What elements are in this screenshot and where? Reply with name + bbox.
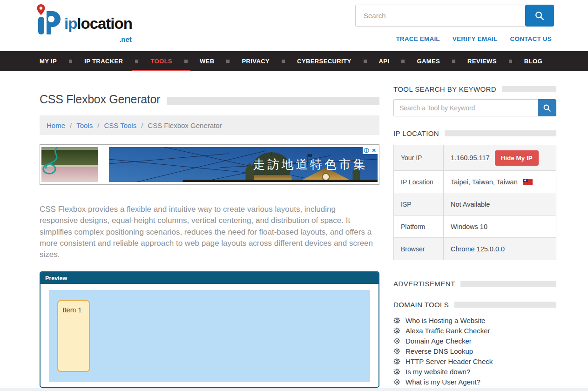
logo-text-location: location <box>77 15 132 32</box>
header-link-verify-email[interactable]: VERIFY EMAIL <box>453 35 498 42</box>
ad-image-pink-lake[interactable] <box>41 147 98 182</box>
nav-item-ip-tracker[interactable]: IP TRACKER <box>72 51 135 71</box>
ip-row-value: 1.160.95.117Hide My IP <box>444 145 542 170</box>
ip-table-row-ip-location: IP LocationTaipei, Taiwan, Taiwan <box>394 170 556 193</box>
magnifier-icon <box>534 11 545 21</box>
flexbox-preview-container: Item 1 <box>49 290 370 382</box>
ip-row-value-text: Windows 10 <box>451 223 487 230</box>
header-link-contact-us[interactable]: CONTACT US <box>510 35 552 42</box>
heading-decorative-bar <box>445 130 556 136</box>
ip-row-label: ISP <box>394 193 444 215</box>
ad-info-icon[interactable]: ⓘ <box>363 147 370 154</box>
section-heading-text: ADVERTISEMENT <box>393 280 455 288</box>
domain-tool-link-domain-age-checker[interactable]: Domain Age Checker <box>393 336 556 346</box>
heading-decorative-bar <box>460 281 556 287</box>
tool-search-button[interactable] <box>538 99 556 116</box>
ip-table-row-platform: PlatformWindows 10 <box>394 215 556 237</box>
section-heading-tool-search: TOOL SEARCH BY KEYWORD <box>393 85 556 93</box>
ip-location-table: Your IP1.160.95.117Hide My IPIP Location… <box>393 145 556 260</box>
hide-my-ip-button[interactable]: Hide My IP <box>495 150 539 166</box>
preview-panel-header: Preview <box>41 272 378 284</box>
nav-separator <box>282 60 285 63</box>
ip-row-value-text: 1.160.95.117 <box>451 154 490 162</box>
ip-table-row-browser: BrowserChrome 125.0.0.0 <box>394 237 556 260</box>
breadcrumb-item-tools[interactable]: Tools <box>76 121 93 129</box>
ad-close-icon[interactable]: ✕ <box>370 147 378 154</box>
nav-item-web[interactable]: WEB <box>188 51 227 71</box>
domain-tool-label: Is my website down? <box>406 368 470 376</box>
gear-icon <box>393 358 400 365</box>
nav-separator <box>509 60 512 63</box>
domain-tool-link-reverse-dns-lookup[interactable]: Reverse DNS Lookup <box>393 346 556 356</box>
ip-row-value: Chrome 125.0.0.0 <box>444 238 508 260</box>
ip-pin-logo-icon <box>35 4 62 36</box>
magnifier-icon <box>543 104 551 112</box>
domain-tool-link-alexa-traffic-rank-checker[interactable]: Alexa Traffic Rank Checker <box>393 325 556 336</box>
ip-row-label: Platform <box>394 216 444 237</box>
site-logo[interactable]: iplocation .net <box>35 4 132 36</box>
nav-item-cybersecurity[interactable]: CYBERSECURITY <box>285 51 363 71</box>
nav-item-api[interactable]: API <box>367 51 402 71</box>
header-search-input[interactable] <box>355 5 525 27</box>
ip-row-value: Taipei, Taiwan, Taiwan <box>444 171 536 193</box>
logo-text-ip: ip <box>64 15 77 32</box>
nav-item-privacy[interactable]: PRIVACY <box>230 51 282 71</box>
nav-item-my-ip[interactable]: MY IP <box>40 51 69 71</box>
breadcrumb-item-css-flexbox-generator: CSS Flexbox Generator <box>148 121 222 129</box>
domain-tool-link-is-my-website-down[interactable]: Is my website down? <box>393 366 556 377</box>
ip-row-value-text: Taipei, Taiwan, Taiwan <box>451 178 518 186</box>
nav-items: MY IPIP TRACKERTOOLSWEBPRIVACYCYBERSECUR… <box>0 51 588 71</box>
heading-decorative-bar <box>454 302 556 308</box>
ad-controls: ⓘ ✕ <box>363 147 378 154</box>
tool-search <box>393 99 556 116</box>
section-heading-text: TOOL SEARCH BY KEYWORD <box>393 85 496 93</box>
nav-item-tools[interactable]: TOOLS <box>138 51 184 71</box>
ip-row-value: Not Available <box>444 193 493 215</box>
tool-search-input[interactable] <box>393 99 538 116</box>
domain-tool-link-what-is-my-user-agent[interactable]: What is my User Agent? <box>393 377 556 387</box>
ip-table-row-your-ip: Your IP1.160.95.117Hide My IP <box>394 145 556 170</box>
preview-panel: Preview Item 1 <box>40 271 379 388</box>
gear-icon <box>393 327 400 334</box>
nav-item-games[interactable]: GAMES <box>405 51 452 71</box>
breadcrumb: Home/Tools/CSS Tools/CSS Flexbox Generat… <box>40 115 379 135</box>
breadcrumb-separator: / <box>97 121 99 129</box>
breadcrumb-item-css-tools[interactable]: CSS Tools <box>104 121 136 129</box>
nav-separator <box>184 60 188 63</box>
ad-caption: 走訪地道特色市集 <box>253 158 367 171</box>
ip-row-value-text: Not Available <box>451 201 490 208</box>
header-search-button[interactable] <box>525 5 554 27</box>
domain-tool-label: Who is Hosting a Website <box>406 317 485 324</box>
domain-tool-label: Domain Age Checker <box>406 337 472 345</box>
section-heading-advertisement: ADVERTISEMENT <box>393 280 556 288</box>
nav-item-reviews[interactable]: REVIEWS <box>455 51 509 71</box>
page: iplocation .net TRACE EMAILVERIFY EMAILC… <box>0 0 588 391</box>
domain-tool-link-who-is-hosting-a-website[interactable]: Who is Hosting a Website <box>393 315 556 325</box>
domain-tool-label: What is my User Agent? <box>406 378 480 386</box>
nav-separator <box>69 60 72 63</box>
gear-icon <box>393 368 400 375</box>
ad-image-station[interactable]: 走訪地道特色市集 ⓘ ✕ <box>109 147 378 182</box>
header-quick-links: TRACE EMAILVERIFY EMAILCONTACT US <box>396 35 552 42</box>
nav-separator <box>452 60 455 63</box>
nav-item-blog[interactable]: BLOG <box>512 51 554 71</box>
ad-banner[interactable]: 走訪地道特色市集 ⓘ ✕ <box>40 144 379 185</box>
ip-row-value-text: Chrome 125.0.0.0 <box>451 245 505 253</box>
nav-separator <box>135 60 138 63</box>
breadcrumb-item-home[interactable]: Home <box>47 121 65 129</box>
nav-separator <box>364 60 367 63</box>
ip-row-label: Browser <box>394 238 444 260</box>
gear-icon <box>393 348 400 355</box>
main-nav: MY IPIP TRACKERTOOLSWEBPRIVACYCYBERSECUR… <box>0 51 588 71</box>
tool-description: CSS Flexbox provides a flexible and intu… <box>40 204 374 260</box>
header-link-trace-email[interactable]: TRACE EMAIL <box>396 35 439 42</box>
gear-icon <box>393 337 400 344</box>
domain-tool-link-http-server-header-check[interactable]: HTTP Server Header Check <box>393 356 556 366</box>
section-heading-text: IP LOCATION <box>393 129 439 137</box>
domain-tool-label: Alexa Traffic Rank Checker <box>406 327 490 335</box>
page-title-row: CSS Flexbox Generator <box>40 93 379 106</box>
section-heading-text: DOMAIN TOOLS <box>393 301 449 309</box>
ip-table-row-isp: ISPNot Available <box>394 193 556 215</box>
taiwan-flag-icon <box>523 179 533 185</box>
ip-row-label: Your IP <box>394 145 444 170</box>
